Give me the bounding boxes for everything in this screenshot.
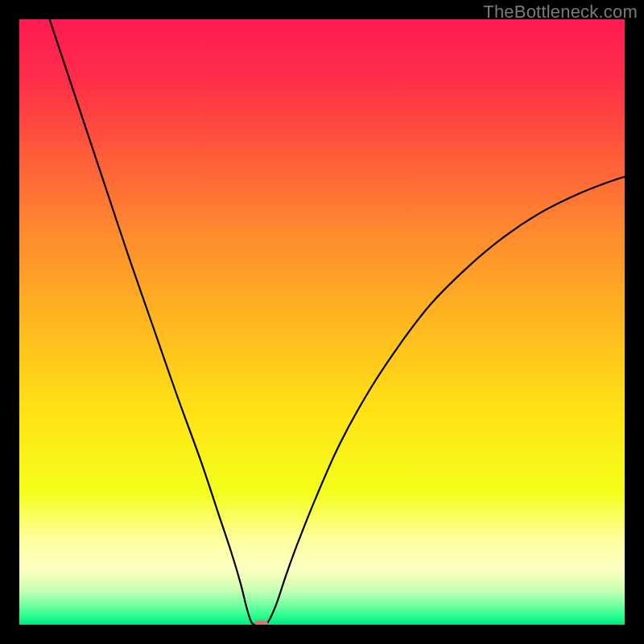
- gradient-background: [19, 19, 625, 625]
- watermark-text: TheBottleneck.com: [483, 2, 638, 23]
- bottleneck-curve-chart: [19, 19, 625, 625]
- chart-frame: [19, 19, 625, 625]
- optimum-marker: [255, 621, 268, 625]
